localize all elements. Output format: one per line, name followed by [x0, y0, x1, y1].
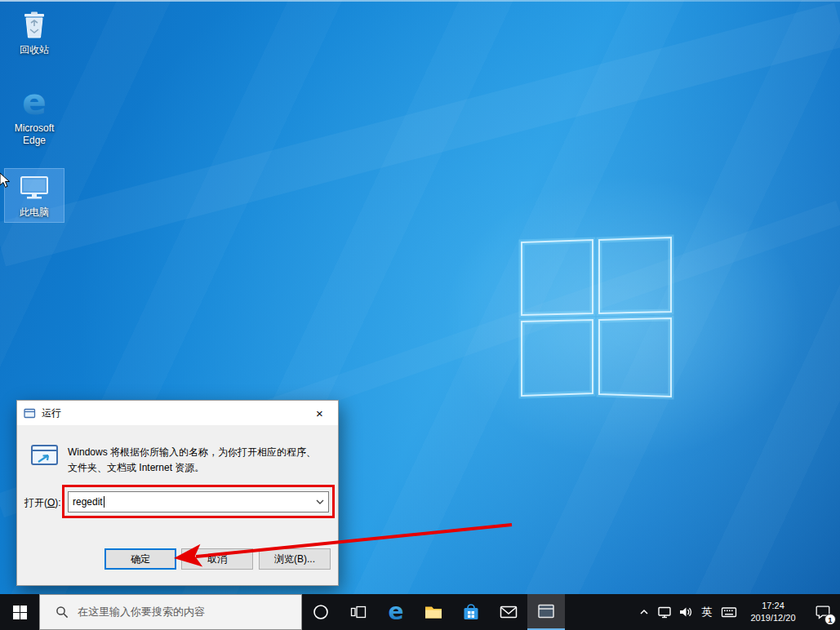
- desktop-icon-this-pc[interactable]: 此电脑: [5, 169, 64, 222]
- run-command-value: regedit: [73, 496, 103, 508]
- svg-text:e: e: [389, 600, 404, 624]
- text-caret: [104, 496, 104, 508]
- tray-ime-indicator[interactable]: 英: [696, 594, 718, 630]
- mail-icon: [499, 602, 518, 622]
- run-dialog-titlebar[interactable]: 运行 ×: [17, 401, 338, 425]
- cortana-icon: [313, 604, 329, 620]
- taskbar-spacer: [565, 594, 634, 630]
- start-button[interactable]: [0, 594, 39, 630]
- recycle-bin-icon: [17, 7, 51, 42]
- microsoft-store-icon: [461, 602, 481, 622]
- cancel-button[interactable]: 取消: [181, 548, 253, 570]
- run-dialog-window: 运行 × Windows 将根据你所输入的名称，为你打开相应的程序、文件夹、文档…: [16, 400, 339, 586]
- taskbar: 在这里输入你要搜索的内容 e: [0, 594, 840, 630]
- run-dialog-body: Windows 将根据你所输入的名称，为你打开相应的程序、文件夹、文档或 Int…: [17, 425, 338, 586]
- taskbar-edge-button[interactable]: e: [377, 594, 415, 630]
- file-explorer-icon: [424, 602, 443, 622]
- run-dialog-description: Windows 将根据你所输入的名称，为你打开相应的程序、文件夹、文档或 Int…: [68, 445, 321, 476]
- run-icon: [29, 441, 60, 471]
- browse-button[interactable]: 浏览(B)...: [259, 548, 331, 570]
- desktop-icon-label: 回收站: [20, 44, 49, 56]
- system-tray: 英 17:24 2019/12/20 1: [634, 594, 840, 630]
- search-icon: [56, 606, 69, 619]
- network-icon: [657, 605, 672, 619]
- windows-logo-icon: [13, 606, 27, 619]
- desktop-icon-recycle-bin[interactable]: 回收站: [5, 5, 64, 60]
- chevron-up-icon: [638, 606, 651, 619]
- taskbar-search-box[interactable]: 在这里输入你要搜索的内容: [39, 594, 302, 630]
- tray-touch-keyboard-button[interactable]: [718, 594, 740, 630]
- tray-clock[interactable]: 17:24 2019/12/20: [740, 594, 806, 630]
- chevron-down-icon: [316, 499, 324, 504]
- speaker-icon: [678, 605, 693, 619]
- microsoft-edge-icon: e: [16, 84, 52, 120]
- svg-text:e: e: [22, 84, 47, 120]
- keyboard-icon: [721, 605, 737, 619]
- taskbar-active-app-button[interactable]: [527, 594, 565, 630]
- notification-badge: 1: [824, 614, 836, 625]
- combo-dropdown-button[interactable]: [312, 492, 328, 512]
- tray-volume-button[interactable]: [675, 594, 696, 630]
- open-label: 打开(O):: [24, 496, 61, 510]
- desktop[interactable]: 回收站 e Microsoft Edge 此电脑: [0, 0, 840, 594]
- windows-desktop-screen: 回收站 e Microsoft Edge 此电脑: [0, 0, 840, 630]
- task-view-button[interactable]: [340, 594, 377, 630]
- run-command-input[interactable]: regedit: [68, 491, 329, 512]
- cortana-button[interactable]: [302, 594, 340, 630]
- mail-button[interactable]: [490, 594, 527, 630]
- search-placeholder: 在这里输入你要搜索的内容: [78, 605, 205, 619]
- microsoft-edge-icon: e: [385, 600, 407, 624]
- close-icon[interactable]: ×: [301, 401, 338, 425]
- this-pc-icon: [17, 171, 51, 204]
- run-dialog-title-icon: [24, 407, 36, 419]
- microsoft-store-button[interactable]: [452, 594, 490, 630]
- tray-show-hidden-icons-button[interactable]: [634, 594, 654, 630]
- clock-time: 17:24: [762, 600, 784, 612]
- clock-date: 2019/12/20: [750, 612, 795, 624]
- active-app-window-icon: [536, 601, 556, 621]
- desktop-icon-microsoft-edge[interactable]: e Microsoft Edge: [5, 82, 64, 150]
- desktop-icon-label: Microsoft Edge: [7, 122, 62, 147]
- tray-network-button[interactable]: [654, 594, 675, 630]
- run-dialog-title: 运行: [42, 406, 61, 420]
- desktop-icon-label: 此电脑: [20, 206, 49, 219]
- file-explorer-button[interactable]: [415, 594, 452, 630]
- task-view-icon: [350, 604, 367, 620]
- ok-button[interactable]: 确定: [104, 548, 176, 570]
- dialog-button-row: 确定 取消 浏览(B)...: [17, 548, 338, 570]
- action-center-button[interactable]: 1: [806, 594, 840, 630]
